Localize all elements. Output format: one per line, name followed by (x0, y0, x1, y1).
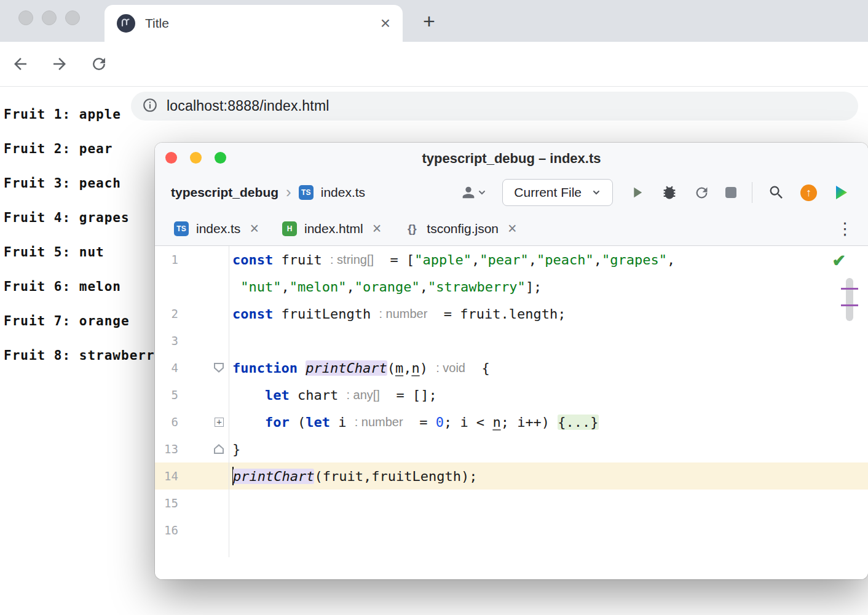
tab-tsconfig.json[interactable]: {}tsconfig.json× (393, 212, 528, 245)
close-tab-icon[interactable]: × (508, 221, 517, 236)
code-text: "nut","melon","orange","strawberry"]; (229, 279, 542, 295)
code-text: printChart(fruit,fruitLength); (229, 467, 477, 485)
code-text: for (let i : number = 0; i < n; i++) {..… (229, 415, 599, 430)
page-text-line: Fruit 2: pear (4, 132, 163, 166)
browser-tab[interactable]: Title × (105, 5, 403, 42)
update-available-icon[interactable]: ↑ (800, 184, 817, 201)
tab-label: tsconfig.json (427, 221, 499, 236)
line-number: 14 (155, 469, 178, 483)
code-text: function printChart(m,n) : void { (229, 360, 490, 376)
gutter (178, 444, 229, 454)
coverage-button[interactable] (693, 184, 710, 201)
ide-minimize-button[interactable] (190, 152, 202, 164)
fold-close-icon[interactable] (214, 444, 224, 454)
browser-window-controls (18, 10, 80, 25)
back-button[interactable] (10, 54, 30, 74)
code-editor[interactable]: 1const fruit : string[] = ["apple","pear… (155, 246, 868, 579)
fold-open-icon[interactable] (214, 363, 224, 373)
page-text-line: Fruit 8: strawberry (4, 338, 163, 373)
reload-button[interactable] (89, 54, 109, 74)
search-everywhere-button[interactable] (768, 184, 785, 201)
ide-window: typescript_debug – index.ts typescript_d… (155, 143, 868, 579)
scrollbar-mark-icon (841, 288, 858, 290)
json-config-file-icon: {} (404, 221, 419, 236)
url-text[interactable]: localhost:8888/index.html (167, 98, 329, 114)
ide-close-button[interactable] (165, 152, 177, 164)
line-number: 15 (155, 496, 178, 510)
code-line[interactable]: 4function printChart(m,n) : void { (155, 354, 868, 381)
code-line[interactable]: 1const fruit : string[] = ["apple","pear… (155, 246, 868, 273)
code-text: const fruitLength : number = fruit.lengt… (229, 306, 566, 322)
page-text-line: Fruit 5: nut (4, 235, 163, 269)
tab-index.html[interactable]: Hindex.html× (270, 212, 393, 245)
page-text-line: Fruit 7: orange (4, 304, 163, 338)
browser-navbar: localhost:8888/index.html (0, 42, 868, 87)
up-arrow-icon: ↑ (800, 184, 817, 201)
code-area[interactable]: 1const fruit : string[] = ["apple","pear… (155, 246, 868, 551)
zoom-window-button[interactable] (65, 10, 80, 25)
line-number: 2 (155, 307, 178, 320)
breadcrumb: typescript_debug › TS index.ts (171, 185, 365, 200)
line-number: 3 (155, 334, 178, 347)
close-tab-icon[interactable]: × (250, 221, 259, 236)
line-number: 17 (155, 550, 178, 551)
code-line[interactable]: 15 (155, 490, 868, 517)
chevron-down-icon (591, 188, 601, 197)
inspections-ok-icon: ✔ (832, 251, 846, 271)
browser-tabstrip: Title × + (0, 0, 868, 42)
tab-label: index.html (304, 221, 363, 236)
tab-index.ts[interactable]: TSindex.ts× (162, 212, 270, 245)
code-line[interactable]: 14printChart(fruit,fruitLength); (155, 462, 868, 490)
debug-button[interactable] (661, 184, 678, 201)
code-line[interactable]: 5 let chart : any[] = []; (155, 381, 868, 408)
breadcrumb-file[interactable]: index.ts (321, 185, 365, 200)
fold-plus-icon[interactable]: + (215, 418, 224, 427)
code-line[interactable]: 13} (155, 435, 868, 462)
new-tab-button[interactable]: + (417, 9, 441, 33)
breadcrumb-project[interactable]: typescript_debug (171, 185, 278, 200)
editor-tabs: TSindex.ts×Hindex.html×{}tsconfig.json× (162, 212, 529, 245)
ide-titlebar[interactable]: typescript_debug – index.ts (155, 143, 868, 173)
line-number: 6 (155, 415, 178, 429)
close-tab-icon[interactable]: × (381, 15, 390, 32)
scrollbar-mark-icon (841, 304, 858, 306)
page-text-line: Fruit 3: peach (4, 166, 163, 200)
gutter (178, 363, 229, 373)
stop-button[interactable] (725, 187, 736, 198)
url-bar[interactable]: localhost:8888/index.html (131, 92, 858, 121)
close-window-button[interactable] (18, 10, 33, 25)
ide-zoom-button[interactable] (215, 152, 226, 164)
run-config-label: Current File (514, 185, 582, 200)
code-text: let chart : any[] = []; (229, 387, 437, 403)
code-line[interactable]: 6+ for (let i : number = 0; i < n; i++) … (155, 408, 868, 435)
ide-toolbar: typescript_debug › TS index.ts Current F… (155, 173, 868, 212)
chevron-down-icon (477, 188, 487, 197)
gutter: + (178, 418, 229, 427)
code-line[interactable]: 3 (155, 327, 868, 354)
line-number: 1 (155, 253, 178, 266)
line-number: 5 (155, 388, 178, 402)
ide-window-title: typescript_debug – index.ts (155, 143, 868, 175)
close-tab-icon[interactable]: × (373, 221, 382, 236)
code-line[interactable]: 2const fruitLength : number = fruit.leng… (155, 300, 868, 327)
code-line[interactable]: "nut","melon","orange","strawberry"]; (155, 273, 868, 300)
typescript-file-icon: TS (299, 185, 314, 200)
scrollbar-thumb[interactable] (846, 278, 853, 321)
code-line[interactable]: 17 (155, 544, 868, 551)
run-anything-icon[interactable] (832, 184, 850, 201)
run-config-selector[interactable]: Current File (502, 179, 613, 206)
more-options-icon[interactable]: ⋮ (837, 219, 853, 239)
toolbar-actions: Current File ↑ (460, 179, 850, 206)
code-line[interactable]: 16 (155, 517, 868, 544)
code-text: } (229, 442, 240, 457)
typescript-file-icon: TS (174, 221, 189, 236)
code-text: const fruit : string[] = ["apple","pear"… (229, 252, 675, 268)
tab-label: index.ts (196, 221, 240, 236)
user-profile-button[interactable] (460, 184, 487, 201)
page-text-line: Fruit 1: apple (4, 97, 163, 132)
run-button[interactable] (628, 184, 645, 201)
tab-title: Title (145, 16, 169, 31)
ide-window-controls (165, 152, 226, 164)
minimize-window-button[interactable] (42, 10, 57, 25)
forward-button[interactable] (50, 54, 69, 74)
